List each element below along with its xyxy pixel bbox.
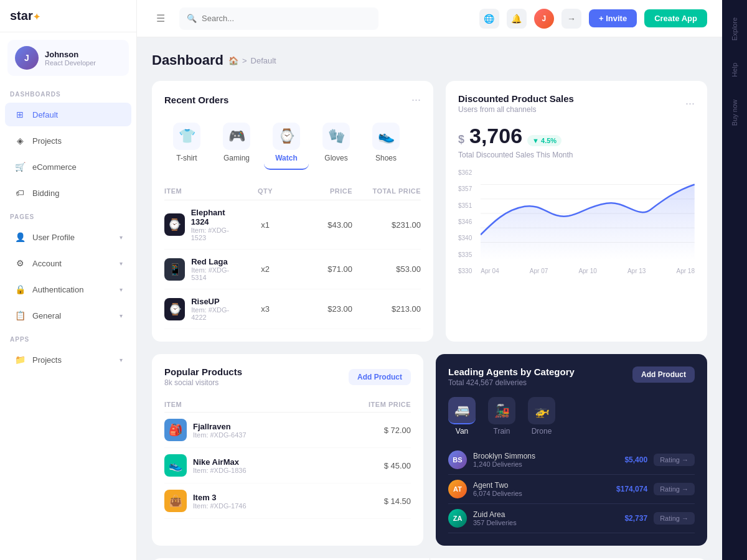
agent-rating-btn-2[interactable]: Rating → (654, 483, 695, 495)
prod-img-3: 👜 (164, 490, 187, 512)
agents-subtitle: Total 424,567 deliveries (448, 378, 575, 387)
agent-avatar-2: AT (448, 480, 467, 498)
right-sidebar: Explore Help Buy now (722, 0, 747, 560)
category-tabs: 👕 T-shirt 🎮 Gaming ⌚ Watch 🧤 Gloves (164, 116, 421, 170)
cat-tab-gloves[interactable]: 🧤 Gloves (314, 116, 359, 170)
item-qty-2: x2 (240, 264, 290, 274)
sidebar-item-bidding-label: Bidding (32, 189, 123, 198)
gaming-icon: 🎮 (223, 123, 250, 150)
recent-orders-menu-icon[interactable]: ··· (411, 93, 421, 106)
topbar-right: 🌐 🔔 J → + Invite Create App (479, 9, 707, 29)
popular-products-header: Popular Products 8k social visitors Add … (164, 366, 411, 387)
right-sidebar-explore[interactable]: Explore (731, 12, 738, 45)
chevron-down-icon: ▾ (120, 357, 123, 363)
col-qty: QTY (240, 187, 290, 195)
search-box[interactable]: 🔍 (179, 7, 378, 30)
sales-amount: 3,706 (469, 124, 522, 148)
cat-tab-tshirt[interactable]: 👕 T-shirt (164, 116, 209, 170)
user-avatar-topbar[interactable]: J (534, 9, 554, 29)
agent-row: BS Brooklyn Simmons 1,240 Deliveries $5,… (448, 446, 695, 475)
agent-avatar-3: ZA (448, 509, 467, 528)
discounted-sales-card: Discounted Product Sales Users from all … (446, 81, 707, 342)
x-label: Apr 07 (530, 268, 548, 274)
item-name-2: Red Laga (191, 257, 240, 266)
item-info-1: ⌚ Elephant 1324 Item: #XDG-1523 (164, 208, 240, 241)
cat-tab-shoes[interactable]: 👟 Shoes (364, 116, 408, 170)
arrow-right-icon[interactable]: → (561, 9, 581, 29)
agent-deliveries-2: 6,074 Deliveries (473, 490, 598, 497)
item-img-2: 📱 (164, 258, 185, 281)
sidebar-item-account-label: Account (32, 259, 113, 268)
cat-tab-watch[interactable]: ⌚ Watch (264, 116, 309, 170)
y-label: $362 (458, 169, 472, 176)
recent-orders-header: Recent Orders ··· (164, 93, 421, 106)
notifications-icon-btn[interactable]: 🔔 (507, 9, 527, 29)
cat-watch-label: Watch (275, 154, 298, 162)
agent-rating-btn-1[interactable]: Rating → (654, 454, 695, 466)
prod-info-2: 👟 Nike AirMax Item: #XDG-1836 (164, 454, 349, 477)
popular-products-card: Popular Products 8k social visitors Add … (152, 354, 423, 546)
collapse-sidebar-button[interactable]: ☰ (152, 10, 169, 27)
agent-tab-drone-label: Drone (532, 427, 552, 436)
prod-info-3: 👜 Item 3 Item: #XDG-1746 (164, 490, 349, 512)
tshirt-icon: 👕 (173, 123, 200, 150)
x-label: Apr 18 (677, 268, 695, 274)
bidding-icon: 🏷 (14, 187, 26, 199)
line-chart (481, 169, 695, 263)
discounted-sales-header: Discounted Product Sales Users from all … (458, 93, 695, 114)
page-content: Dashboard 🏠 > Default Recent Orders ··· … (137, 37, 722, 560)
sidebar-item-default-label: Default (32, 110, 123, 119)
agent-tab-train[interactable]: 🚂 Train (488, 397, 515, 436)
settings-icon-btn[interactable]: 🌐 (479, 9, 499, 29)
right-sidebar-help[interactable]: Help (731, 58, 738, 82)
agent-rating-btn-3[interactable]: Rating → (654, 512, 695, 525)
prod-price-1: $ 72.00 (349, 426, 411, 435)
prod-row: 🎒 Fjallraven Item: #XDG-6437 $ 72.00 (164, 413, 411, 448)
search-input[interactable] (202, 14, 371, 23)
sidebar-item-default[interactable]: ⊞ Default (5, 103, 131, 126)
topbar: ☰ 🔍 🌐 🔔 J → + Invite Create App (137, 0, 722, 37)
agents-add-product-button[interactable]: Add Product (632, 366, 695, 383)
user-card[interactable]: J Johnson React Developer (7, 40, 129, 76)
grid-icon: ⊞ (14, 108, 26, 121)
top-row: Recent Orders ··· 👕 T-shirt 🎮 Gaming ⌚ (152, 81, 707, 342)
cat-tab-gaming[interactable]: 🎮 Gaming (214, 116, 259, 170)
dashboards-section-label: DASHBOARDS (0, 83, 136, 101)
chart-container: $362 $357 $351 $346 $340 $335 $330 (458, 169, 695, 274)
sidebar-item-authentication[interactable]: 🔒 Authentication ▾ (5, 278, 131, 301)
col-price: PRICE (290, 187, 352, 195)
sales-menu-icon[interactable]: ··· (685, 97, 695, 110)
breadcrumb-separator: > (242, 56, 247, 65)
chart-area: Apr 04 Apr 07 Apr 10 Apr 13 Apr 18 (481, 169, 695, 274)
cat-gaming-label: Gaming (223, 154, 250, 162)
create-app-button[interactable]: Create App (644, 9, 707, 27)
x-label: Apr 04 (481, 268, 499, 274)
sidebar-item-projects-app[interactable]: 📁 Projects ▾ (5, 348, 131, 371)
dollar-sign: $ (458, 133, 464, 146)
sidebar-item-ecommerce[interactable]: 🛒 eCommerce (5, 155, 131, 179)
sidebar-item-projects-label: Projects (32, 136, 123, 146)
add-product-button[interactable]: Add Product (349, 369, 411, 385)
agents-card-header: Leading Agents by Category Total 424,567… (448, 366, 695, 397)
sidebar-item-general[interactable]: 📋 General ▾ (5, 304, 131, 327)
agent-tab-van[interactable]: 🚐 Van (448, 397, 476, 436)
item-name-3: RiseUP (191, 297, 240, 306)
prod-table-header: ITEM ITEM PRICE (164, 397, 411, 413)
account-icon: ⚙ (14, 257, 26, 269)
cat-tshirt-label: T-shirt (176, 154, 197, 162)
sidebar-item-bidding[interactable]: 🏷 Bidding (5, 181, 131, 205)
prod-price-2: $ 45.00 (349, 461, 411, 470)
sidebar-item-account[interactable]: ⚙ Account ▾ (5, 251, 131, 275)
agent-tab-drone[interactable]: 🚁 Drone (528, 397, 555, 436)
y-label: $351 (458, 202, 472, 209)
sidebar: star✦ J Johnson React Developer DASHBOAR… (0, 0, 137, 560)
right-sidebar-buynow[interactable]: Buy now (731, 95, 738, 131)
item-price-1: $43.00 (290, 220, 352, 230)
item-img-1: ⌚ (164, 213, 185, 236)
prod-img-1: 🎒 (164, 419, 187, 441)
invite-button[interactable]: + Invite (589, 9, 637, 27)
y-label: $357 (458, 185, 472, 192)
sidebar-item-projects[interactable]: ◈ Projects (5, 129, 131, 152)
sidebar-item-user-profile[interactable]: 👤 User Profile ▾ (5, 225, 131, 249)
x-label: Apr 10 (578, 268, 596, 274)
